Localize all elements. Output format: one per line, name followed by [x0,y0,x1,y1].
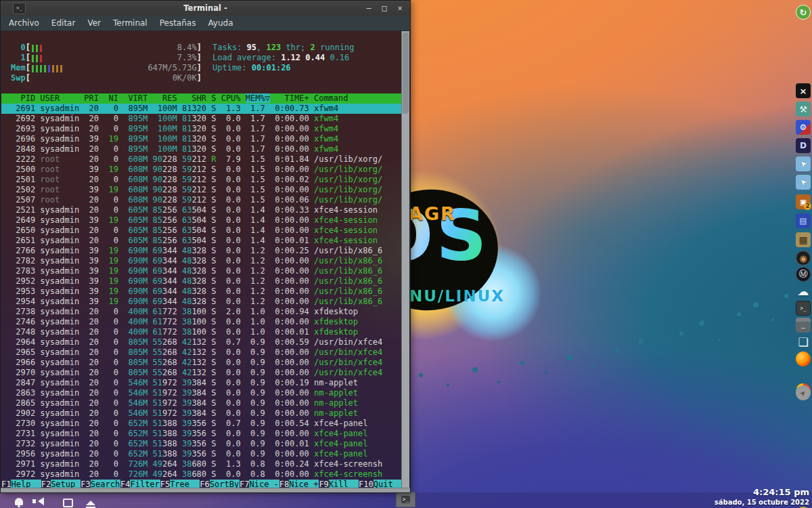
process-row[interactable]: 2848 sysadmin 20 0 895M 100M 81320 S 0.0… [1,144,403,154]
process-row[interactable]: 2953 sysadmin 39 19 690M 69344 48328 S 0… [1,287,403,297]
process-row[interactable]: 2222 root 20 0 608M 90228 59212 R 7.9 1.… [1,154,403,165]
clock-time: 4:24:15 pm [715,487,809,498]
window-icon[interactable] [63,499,73,507]
window-title: Terminal - [1,3,410,13]
logout-icon[interactable]: ↻ [796,5,811,20]
process-row[interactable]: 2952 sysadmin 39 19 690M 69344 48328 S 0… [1,276,403,287]
rocket-icon[interactable]: ➤ [796,385,811,400]
cursor-icon[interactable]: ➤ [796,156,811,171]
xfce-icon[interactable]: × [796,83,811,98]
bell-icon[interactable] [15,498,23,505]
process-row[interactable]: 2693 sysadmin 20 0 895M 100M 81320 S 0.0… [1,124,403,134]
logout-icon-glyph: ↻ [800,7,807,18]
process-row[interactable]: 2731 sysadmin 20 0 652M 51388 39356 S 0.… [1,429,403,439]
maximize-button[interactable]: □ [380,3,389,13]
volume-icon[interactable] [38,497,44,505]
tools-icon-glyph: ⚒ [799,104,807,114]
cursor-icon[interactable]: ➤ [796,175,811,190]
cloud-icon-glyph: ☁ [798,284,809,298]
meter-0: 0[8.4%] [11,43,202,53]
process-row[interactable]: 2692 sysadmin 20 0 895M 100M 81320 S 0.0… [1,114,403,124]
menu-item-ver[interactable]: Ver [87,18,101,28]
settings-icon[interactable]: ⚙ [796,120,811,135]
process-row[interactable]: 2691 sysadmin 20 0 895M 100M 81320 S 1.3… [1,104,403,114]
terminal-scrollbar[interactable] [401,31,409,490]
meter-swp: Swp[0K/0K] [11,73,202,83]
develop-icon[interactable]: D [796,138,811,153]
meter-label: Mem [11,63,26,73]
document-icon[interactable]: ❏ [796,335,811,350]
clock[interactable]: 4:24:15 pm sábado, 15 octubre 2022 [715,487,809,507]
process-row[interactable]: 2863 sysadmin 20 0 546M 51972 39384 S 0.… [1,388,403,398]
process-row[interactable]: 2738 sysadmin 20 0 400M 61772 38100 S 2.… [1,307,403,317]
terminal-icon: >_ [401,496,411,503]
terminal-icon[interactable]: >_ [796,301,811,316]
meter-value: 647M/5.73G [148,63,197,73]
meter-label: 1 [11,53,26,63]
logo-gnu-text: GNU/LINUX [395,287,505,305]
process-row[interactable]: 2965 sysadmin 20 0 805M 55268 42132 S 0.… [1,347,403,358]
process-row[interactable]: 2651 sysadmin 20 0 605M 85256 63504 S 0.… [1,236,403,246]
process-row[interactable]: 2730 sysadmin 20 0 652M 51388 39356 S 0.… [1,419,403,429]
cloud-icon[interactable]: ☁ [796,284,811,299]
process-row[interactable]: 2971 sysadmin 20 0 726M 49264 38680 S 1.… [1,459,403,469]
process-row[interactable]: 2521 sysadmin 20 0 605M 85256 63504 S 0.… [1,205,403,215]
process-table-header[interactable]: PID USER PRI NI VIRT RES SHR S CPU% MEM%… [1,93,403,104]
process-row[interactable]: 2748 sysadmin 20 0 400M 61772 38100 S 0.… [1,327,403,337]
document-icon-glyph: ❏ [798,335,808,349]
process-row[interactable]: 2766 sysadmin 39 19 690M 69344 48328 S 0… [1,246,403,256]
process-row[interactable]: 2500 root 39 19 608M 90228 59212 S 0.0 1… [1,165,403,175]
cursor-icon-glyph: ➤ [797,176,809,188]
process-row[interactable]: 2501 root 20 0 608M 90228 59212 S 0.0 1.… [1,175,403,185]
tools-icon[interactable]: ⚒ [796,102,811,117]
process-row[interactable]: 2732 sysadmin 20 0 652M 51388 39356 S 0.… [1,439,403,449]
process-row[interactable]: 2783 sysadmin 39 19 690M 69344 48328 S 0… [1,266,403,276]
close-button[interactable]: × [395,3,405,13]
meter-value: 0K/0K [173,73,197,83]
process-row[interactable]: 2746 sysadmin 20 0 400M 61772 38100 S 0.… [1,317,403,327]
file-manager-icon[interactable]: – [796,318,811,333]
develop-icon-glyph: D [800,141,807,150]
process-row[interactable]: 2964 sysadmin 20 0 805M 55268 42132 S 0.… [1,337,403,347]
menu-item-ayuda[interactable]: Ayuda [208,18,233,28]
settings-icon-glyph: ⚙ [800,123,807,132]
eject-icon[interactable] [86,501,95,505]
process-row[interactable]: 2954 sysadmin 39 19 690M 69344 48328 S 0… [1,297,403,307]
menu-item-terminal[interactable]: Terminal [113,18,148,28]
menu-item-pestañas[interactable]: Pestañas [160,18,196,28]
menubar: ArchivoEditarVerTerminalPestañasAyuda [1,16,410,31]
process-row[interactable]: 2847 sysadmin 20 0 546M 51972 39384 S 0.… [1,378,403,388]
process-row[interactable]: 2649 sysadmin 39 19 605M 85256 63504 S 0… [1,215,403,226]
terminal-window: >_ Terminal - – □ × ArchivoEditarVerTerm… [0,0,411,493]
menu-item-archivo[interactable]: Archivo [9,18,39,28]
cursor-icon-glyph: ➤ [797,158,809,169]
process-row[interactable]: 2970 sysadmin 20 0 805M 55268 42132 S 0.… [1,368,403,378]
load-average-line: Load average: 1.12 0.44 0.16 [212,53,349,63]
music-player-icon[interactable]: Ⓜ [796,267,811,282]
process-row[interactable]: 2956 sysadmin 20 0 652M 51388 39356 S 0.… [1,449,403,459]
rocket-icon-glyph: ➤ [798,387,809,398]
process-row[interactable]: 2696 sysadmin 39 19 895M 100M 81320 S 0.… [1,134,403,144]
process-row[interactable]: 2507 root 20 0 608M 90228 59212 S 0.0 1.… [1,195,403,205]
scrollbar-thumb[interactable] [403,33,409,114]
firefox-icon[interactable] [796,352,811,366]
meter-label: 0 [11,43,26,53]
process-row[interactable]: 2865 sysadmin 20 0 546M 51972 39384 S 0.… [1,398,403,408]
minimize-button[interactable]: – [364,3,374,13]
process-row[interactable]: 2966 sysadmin 20 0 805M 55268 42132 S 0.… [1,358,403,368]
titlebar[interactable]: >_ Terminal - – □ × [1,1,410,16]
process-row[interactable]: 2502 root 39 19 608M 90228 59212 S 0.0 1… [1,185,403,195]
window-resize-edge[interactable] [1,488,410,492]
lens-icon[interactable]: ◉ [796,251,811,266]
process-row[interactable]: 2782 sysadmin 39 19 690M 69344 48328 S 0… [1,256,403,266]
taskbar-terminal-button[interactable]: >_ [396,492,415,507]
stats-icon[interactable]: ▤ [796,213,811,228]
process-row[interactable]: 2972 sysadmin 20 0 726M 49264 38680 S 0.… [1,469,403,480]
process-row[interactable]: 2902 sysadmin 20 0 546M 51972 39384 S 0.… [1,408,403,419]
folder-badge-icon[interactable]: ▣2 [796,194,811,209]
menu-item-editar[interactable]: Editar [51,18,76,28]
process-row[interactable]: 2650 sysadmin 20 0 605M 85256 63504 S 0.… [1,226,403,236]
grid-icon[interactable]: ▦ [796,232,811,247]
htop-screen: 0[8.4%] 1[7.3%]Mem[647M/5.73G]Swp[0K/0K]… [1,31,403,490]
sort-column-mem[interactable]: MEM%▽ [246,93,270,103]
